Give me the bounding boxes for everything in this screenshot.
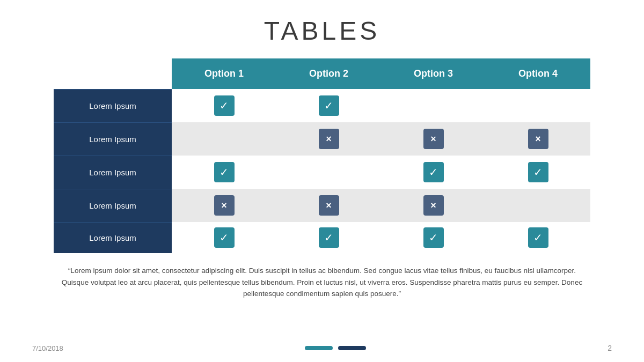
table-row: Lorem Ipsum✓✓✓✓ xyxy=(54,222,590,253)
row-label: Lorem Ipsum xyxy=(54,122,172,156)
cell-r4-c3: ✓ xyxy=(486,222,590,253)
cell-r3-c2: × xyxy=(381,189,486,222)
cross-icon: × xyxy=(319,129,339,149)
cell-r1-c0 xyxy=(172,122,276,156)
cell-r4-c1: ✓ xyxy=(276,222,381,253)
cross-icon: × xyxy=(214,195,235,216)
cell-r3-c3 xyxy=(486,189,590,222)
footer: 7/10/2018 2 xyxy=(0,344,644,352)
cell-r0-c1: ✓ xyxy=(276,89,381,122)
row-label: Lorem Ipsum xyxy=(54,156,172,189)
header-option4: Option 4 xyxy=(486,58,590,89)
table-row: Lorem Ipsum××× xyxy=(54,189,590,222)
header-option1: Option 1 xyxy=(172,58,276,89)
cross-icon: × xyxy=(423,195,444,216)
header-empty xyxy=(54,58,172,89)
pagination-dot-2 xyxy=(338,346,366,350)
cross-icon: × xyxy=(423,129,444,149)
header-option3: Option 3 xyxy=(381,58,486,89)
check-icon: ✓ xyxy=(319,227,339,248)
cell-r2-c0: ✓ xyxy=(172,156,276,189)
table-header-row: Option 1 Option 2 Option 3 Option 4 xyxy=(54,58,590,89)
header-option2: Option 2 xyxy=(276,58,381,89)
cell-r4-c0: ✓ xyxy=(172,222,276,253)
cross-icon: × xyxy=(528,129,548,149)
footer-date: 7/10/2018 xyxy=(32,344,63,352)
table-row: Lorem Ipsum✓✓ xyxy=(54,89,590,122)
check-icon: ✓ xyxy=(423,227,444,248)
check-icon: ✓ xyxy=(528,227,548,248)
footer-pagination xyxy=(305,346,366,350)
cell-r1-c3: × xyxy=(486,122,590,156)
empty-cell xyxy=(319,161,339,181)
cell-r1-c2: × xyxy=(381,122,486,156)
cell-r3-c0: × xyxy=(172,189,276,222)
check-icon: ✓ xyxy=(214,162,235,182)
cell-r4-c2: ✓ xyxy=(381,222,486,253)
cell-r1-c1: × xyxy=(276,122,381,156)
empty-cell xyxy=(423,94,444,115)
cell-r3-c1: × xyxy=(276,189,381,222)
cell-r0-c0: ✓ xyxy=(172,89,276,122)
empty-cell xyxy=(528,194,548,215)
slide: TABLES Option 1 Option 2 Option 3 Option… xyxy=(0,0,644,362)
cell-r0-c3 xyxy=(486,89,590,122)
row-label: Lorem Ipsum xyxy=(54,222,172,253)
quote-text: “Lorem ipsum dolor sit amet, consectetur… xyxy=(54,265,590,300)
row-label: Lorem Ipsum xyxy=(54,89,172,122)
check-icon: ✓ xyxy=(214,227,235,248)
comparison-table: Option 1 Option 2 Option 3 Option 4 Lore… xyxy=(54,58,590,253)
check-icon: ✓ xyxy=(319,95,339,116)
cell-r0-c2 xyxy=(381,89,486,122)
footer-page-number: 2 xyxy=(608,344,612,352)
cell-r2-c3: ✓ xyxy=(486,156,590,189)
cross-icon: × xyxy=(319,195,339,216)
quote-section: “Lorem ipsum dolor sit amet, consectetur… xyxy=(54,265,590,300)
table-row: Lorem Ipsum✓✓✓ xyxy=(54,156,590,189)
check-icon: ✓ xyxy=(214,95,235,116)
pagination-dot-1 xyxy=(305,346,333,350)
table-wrapper: Option 1 Option 2 Option 3 Option 4 Lore… xyxy=(54,58,590,253)
cell-r2-c1 xyxy=(276,156,381,189)
table-row: Lorem Ipsum××× xyxy=(54,122,590,156)
check-icon: ✓ xyxy=(423,162,444,182)
page-title: TABLES xyxy=(264,16,380,46)
empty-cell xyxy=(214,128,235,148)
row-label: Lorem Ipsum xyxy=(54,189,172,222)
empty-cell xyxy=(528,94,548,115)
check-icon: ✓ xyxy=(528,162,548,182)
cell-r2-c2: ✓ xyxy=(381,156,486,189)
